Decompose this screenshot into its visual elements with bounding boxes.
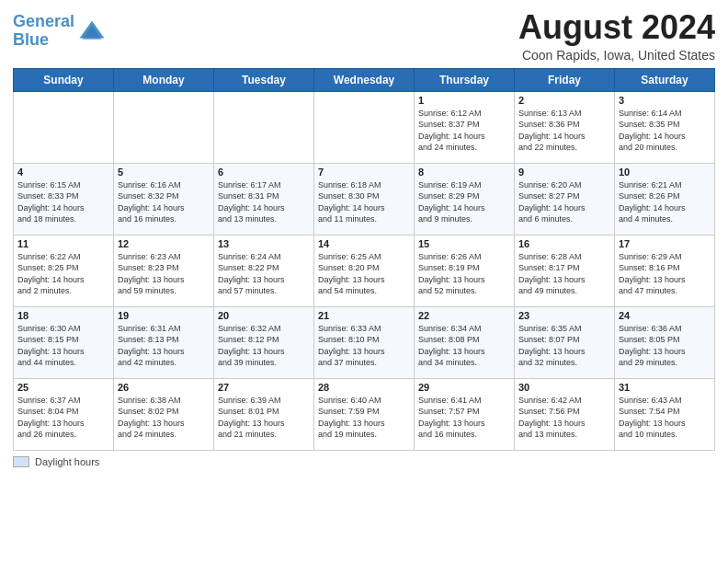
logo-icon xyxy=(78,17,106,45)
calendar-cell: 20Sunrise: 6:32 AMSunset: 8:12 PMDayligh… xyxy=(214,306,314,378)
day-info: Sunrise: 6:30 AMSunset: 8:15 PMDaylight:… xyxy=(17,323,109,369)
calendar-cell: 13Sunrise: 6:24 AMSunset: 8:22 PMDayligh… xyxy=(214,235,314,306)
calendar-cell: 17Sunrise: 6:29 AMSunset: 8:16 PMDayligh… xyxy=(615,235,715,306)
day-info: Sunrise: 6:21 AMSunset: 8:26 PMDaylight:… xyxy=(619,179,711,225)
calendar-cell: 24Sunrise: 6:36 AMSunset: 8:05 PMDayligh… xyxy=(615,306,715,378)
day-info: Sunrise: 6:26 AMSunset: 8:19 PMDaylight:… xyxy=(418,251,510,297)
day-info: Sunrise: 6:38 AMSunset: 8:02 PMDaylight:… xyxy=(118,395,210,441)
calendar-cell: 18Sunrise: 6:30 AMSunset: 8:15 PMDayligh… xyxy=(14,306,114,378)
day-info: Sunrise: 6:39 AMSunset: 8:01 PMDaylight:… xyxy=(218,395,310,441)
day-info: Sunrise: 6:24 AMSunset: 8:22 PMDaylight:… xyxy=(218,251,310,297)
day-number: 13 xyxy=(218,238,310,249)
calendar-cell: 30Sunrise: 6:42 AMSunset: 7:56 PMDayligh… xyxy=(515,378,615,450)
calendar-cell: 21Sunrise: 6:33 AMSunset: 8:10 PMDayligh… xyxy=(314,306,415,378)
day-number: 12 xyxy=(118,238,210,249)
calendar-cell: 19Sunrise: 6:31 AMSunset: 8:13 PMDayligh… xyxy=(114,306,214,378)
legend-box xyxy=(13,456,29,467)
calendar-week-row: 1Sunrise: 6:12 AMSunset: 8:37 PMDaylight… xyxy=(14,91,715,163)
day-number: 18 xyxy=(17,310,109,321)
day-info: Sunrise: 6:16 AMSunset: 8:32 PMDaylight:… xyxy=(118,179,210,225)
calendar-day-header: Monday xyxy=(114,68,214,91)
calendar-cell: 1Sunrise: 6:12 AMSunset: 8:37 PMDaylight… xyxy=(415,91,515,163)
day-info: Sunrise: 6:29 AMSunset: 8:16 PMDaylight:… xyxy=(619,251,711,297)
day-info: Sunrise: 6:31 AMSunset: 8:13 PMDaylight:… xyxy=(118,323,210,369)
day-number: 10 xyxy=(619,167,711,178)
day-number: 27 xyxy=(218,382,310,393)
day-info: Sunrise: 6:42 AMSunset: 7:56 PMDaylight:… xyxy=(518,395,610,441)
calendar-day-header: Tuesday xyxy=(214,68,314,91)
logo-general: General xyxy=(13,12,74,30)
calendar-week-row: 18Sunrise: 6:30 AMSunset: 8:15 PMDayligh… xyxy=(14,306,715,378)
calendar-cell: 6Sunrise: 6:17 AMSunset: 8:31 PMDaylight… xyxy=(214,163,314,235)
calendar-day-header: Thursday xyxy=(415,68,515,91)
page-container: General Blue August 2024 Coon Rapids, Io… xyxy=(0,0,728,477)
day-info: Sunrise: 6:28 AMSunset: 8:17 PMDaylight:… xyxy=(518,251,610,297)
day-number: 4 xyxy=(17,167,109,178)
day-number: 30 xyxy=(518,382,610,393)
calendar-cell: 14Sunrise: 6:25 AMSunset: 8:20 PMDayligh… xyxy=(314,235,415,306)
day-number: 7 xyxy=(318,167,410,178)
calendar-cell: 5Sunrise: 6:16 AMSunset: 8:32 PMDaylight… xyxy=(114,163,214,235)
day-info: Sunrise: 6:32 AMSunset: 8:12 PMDaylight:… xyxy=(218,323,310,369)
day-number: 28 xyxy=(318,382,410,393)
day-info: Sunrise: 6:17 AMSunset: 8:31 PMDaylight:… xyxy=(218,179,310,225)
calendar-cell: 31Sunrise: 6:43 AMSunset: 7:54 PMDayligh… xyxy=(615,378,715,450)
calendar-week-row: 11Sunrise: 6:22 AMSunset: 8:25 PMDayligh… xyxy=(14,235,715,306)
logo: General Blue xyxy=(13,13,106,50)
day-number: 9 xyxy=(518,167,610,178)
day-info: Sunrise: 6:35 AMSunset: 8:07 PMDaylight:… xyxy=(518,323,610,369)
day-info: Sunrise: 6:22 AMSunset: 8:25 PMDaylight:… xyxy=(17,251,109,297)
day-info: Sunrise: 6:41 AMSunset: 7:57 PMDaylight:… xyxy=(418,395,510,441)
day-info: Sunrise: 6:15 AMSunset: 8:33 PMDaylight:… xyxy=(17,179,109,225)
calendar-cell: 3Sunrise: 6:14 AMSunset: 8:35 PMDaylight… xyxy=(615,91,715,163)
calendar-cell: 2Sunrise: 6:13 AMSunset: 8:36 PMDaylight… xyxy=(515,91,615,163)
calendar-cell xyxy=(214,91,314,163)
day-info: Sunrise: 6:25 AMSunset: 8:20 PMDaylight:… xyxy=(318,251,410,297)
day-number: 6 xyxy=(218,167,310,178)
calendar-day-header: Saturday xyxy=(615,68,715,91)
calendar-day-header: Sunday xyxy=(14,68,114,91)
calendar-cell: 25Sunrise: 6:37 AMSunset: 8:04 PMDayligh… xyxy=(14,378,114,450)
calendar-cell: 11Sunrise: 6:22 AMSunset: 8:25 PMDayligh… xyxy=(14,235,114,306)
header: General Blue August 2024 Coon Rapids, Io… xyxy=(13,9,715,63)
logo-blue: Blue xyxy=(13,30,49,49)
day-info: Sunrise: 6:37 AMSunset: 8:04 PMDaylight:… xyxy=(17,395,109,441)
day-info: Sunrise: 6:13 AMSunset: 8:36 PMDaylight:… xyxy=(518,108,610,154)
day-number: 19 xyxy=(118,310,210,321)
location: Coon Rapids, Iowa, United States xyxy=(518,48,715,63)
calendar-cell: 26Sunrise: 6:38 AMSunset: 8:02 PMDayligh… xyxy=(114,378,214,450)
calendar-day-header: Wednesday xyxy=(314,68,415,91)
day-info: Sunrise: 6:18 AMSunset: 8:30 PMDaylight:… xyxy=(318,179,410,225)
day-number: 17 xyxy=(619,238,711,249)
title-block: August 2024 Coon Rapids, Iowa, United St… xyxy=(518,9,715,63)
day-number: 11 xyxy=(17,238,109,249)
calendar-cell: 27Sunrise: 6:39 AMSunset: 8:01 PMDayligh… xyxy=(214,378,314,450)
calendar-week-row: 4Sunrise: 6:15 AMSunset: 8:33 PMDaylight… xyxy=(14,163,715,235)
day-number: 26 xyxy=(118,382,210,393)
day-number: 31 xyxy=(619,382,711,393)
calendar-cell: 16Sunrise: 6:28 AMSunset: 8:17 PMDayligh… xyxy=(515,235,615,306)
day-number: 5 xyxy=(118,167,210,178)
calendar-cell: 9Sunrise: 6:20 AMSunset: 8:27 PMDaylight… xyxy=(515,163,615,235)
day-info: Sunrise: 6:19 AMSunset: 8:29 PMDaylight:… xyxy=(418,179,510,225)
day-info: Sunrise: 6:14 AMSunset: 8:35 PMDaylight:… xyxy=(619,108,711,154)
day-number: 22 xyxy=(418,310,510,321)
calendar-header-row: SundayMondayTuesdayWednesdayThursdayFrid… xyxy=(14,68,715,91)
day-info: Sunrise: 6:36 AMSunset: 8:05 PMDaylight:… xyxy=(619,323,711,369)
calendar-week-row: 25Sunrise: 6:37 AMSunset: 8:04 PMDayligh… xyxy=(14,378,715,450)
day-number: 15 xyxy=(418,238,510,249)
day-info: Sunrise: 6:23 AMSunset: 8:23 PMDaylight:… xyxy=(118,251,210,297)
calendar-cell: 4Sunrise: 6:15 AMSunset: 8:33 PMDaylight… xyxy=(14,163,114,235)
day-number: 21 xyxy=(318,310,410,321)
calendar-cell: 23Sunrise: 6:35 AMSunset: 8:07 PMDayligh… xyxy=(515,306,615,378)
day-info: Sunrise: 6:34 AMSunset: 8:08 PMDaylight:… xyxy=(418,323,510,369)
calendar-cell: 7Sunrise: 6:18 AMSunset: 8:30 PMDaylight… xyxy=(314,163,415,235)
day-number: 2 xyxy=(518,95,610,106)
calendar-cell: 10Sunrise: 6:21 AMSunset: 8:26 PMDayligh… xyxy=(615,163,715,235)
day-info: Sunrise: 6:33 AMSunset: 8:10 PMDaylight:… xyxy=(318,323,410,369)
calendar-cell xyxy=(14,91,114,163)
day-info: Sunrise: 6:20 AMSunset: 8:27 PMDaylight:… xyxy=(518,179,610,225)
day-number: 29 xyxy=(418,382,510,393)
day-number: 8 xyxy=(418,167,510,178)
day-number: 3 xyxy=(619,95,711,106)
